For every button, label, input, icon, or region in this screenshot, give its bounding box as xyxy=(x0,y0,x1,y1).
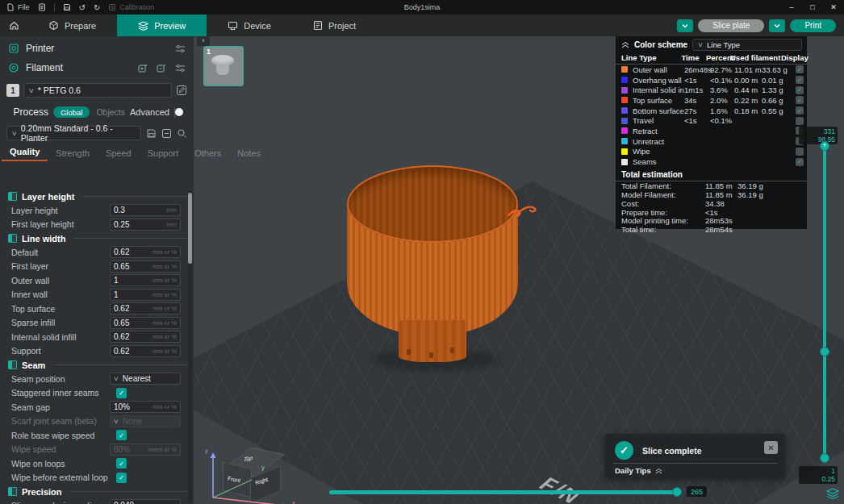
tab-prepare[interactable]: Prepare xyxy=(27,15,117,36)
printer-section-row[interactable]: Printer xyxy=(0,39,194,58)
move-slider-badge: 265 xyxy=(687,486,707,497)
filament-settings-icon[interactable] xyxy=(175,64,186,73)
setting-row: Wipe on loops xyxy=(0,456,194,471)
view-mode-select[interactable]: ∨ Line Type xyxy=(692,39,802,51)
setting-value: 80% xyxy=(114,445,148,454)
notes-icon[interactable] xyxy=(38,3,46,11)
remove-filament-icon[interactable] xyxy=(157,63,167,73)
display-checkbox[interactable] xyxy=(796,148,804,156)
calibration-button[interactable]: Calibration xyxy=(108,3,154,11)
param-tab-notes[interactable]: Notes xyxy=(229,148,269,161)
setting-input[interactable]: 10%mm or % xyxy=(110,401,181,413)
color-scheme-panel: Color scheme ∨ Line Type Line Type Time … xyxy=(616,36,807,229)
setting-label: Inner wall xyxy=(11,289,110,299)
settings-scrollbar[interactable] xyxy=(188,191,192,502)
move-slider[interactable]: 265 xyxy=(329,486,844,498)
display-checkbox[interactable] xyxy=(796,96,804,104)
print-button[interactable]: Print xyxy=(790,19,836,32)
setting-select[interactable]: ∨None xyxy=(110,415,181,427)
param-tab-support[interactable]: Support xyxy=(140,148,187,161)
compare-presets-icon[interactable] xyxy=(185,107,186,117)
collapse-sidebar-button[interactable]: ‹ xyxy=(197,36,210,46)
setting-input[interactable]: 0.62mm or % xyxy=(110,331,181,343)
layer-range-slider[interactable]: 331 98.95 + 1 0.25 xyxy=(823,109,826,504)
setting-input[interactable]: 0.62mm or % xyxy=(110,302,181,314)
display-checkbox[interactable] xyxy=(796,86,804,94)
setting-checkbox[interactable] xyxy=(116,473,127,483)
minimize-button[interactable]: – xyxy=(781,0,802,15)
setting-input[interactable]: 80%mm/s or % xyxy=(110,444,181,456)
slice-options-chevron-button[interactable] xyxy=(677,19,693,32)
display-checkbox[interactable] xyxy=(796,76,804,84)
setting-unit: mm or % xyxy=(153,291,177,298)
display-checkbox[interactable] xyxy=(796,158,804,166)
process-icon xyxy=(8,107,9,117)
line-type-used-m: 0.18 m xyxy=(734,106,762,115)
display-checkbox[interactable] xyxy=(796,106,804,115)
toast-close-button[interactable]: ✕ xyxy=(764,441,778,454)
setting-input[interactable]: 0.62mm or % xyxy=(110,345,181,357)
navigation-cube[interactable]: Top Front Right z x y xyxy=(205,446,302,504)
search-icon[interactable] xyxy=(177,128,187,139)
edit-filament-icon[interactable] xyxy=(176,85,187,96)
layer-slider-top-handle[interactable]: + xyxy=(820,141,829,151)
collapse-panel-icon[interactable] xyxy=(621,41,629,48)
save-preset-icon[interactable] xyxy=(146,128,157,139)
tab-preview[interactable]: Preview xyxy=(117,15,207,36)
process-global-toggle[interactable]: Global xyxy=(53,106,90,118)
maximize-button[interactable]: □ xyxy=(802,0,823,15)
param-tab-others[interactable]: Others xyxy=(186,148,229,161)
setting-input[interactable]: 0.65mm or % xyxy=(110,260,181,273)
setting-checkbox[interactable] xyxy=(116,458,127,469)
setting-input[interactable]: 1mm or % xyxy=(110,274,181,286)
undo-icon[interactable]: ↺ xyxy=(79,3,86,12)
home-button[interactable] xyxy=(0,15,27,36)
process-objects-toggle[interactable]: Objects xyxy=(96,107,125,117)
line-type-swatch xyxy=(621,97,628,103)
move-slider-track[interactable] xyxy=(329,490,682,494)
print-options-chevron-button[interactable] xyxy=(769,19,785,32)
redo-icon[interactable]: ↻ xyxy=(94,3,100,12)
tab-project[interactable]: Project xyxy=(292,15,377,36)
daily-tips-toggle[interactable]: Daily Tips xyxy=(615,466,662,475)
layer-slider-bottom-handle[interactable] xyxy=(820,453,829,463)
advanced-toggle[interactable] xyxy=(174,107,175,118)
param-tab-strength[interactable]: Strength xyxy=(48,148,98,161)
move-slider-handle[interactable] xyxy=(672,487,682,497)
navcube-right-face[interactable] xyxy=(250,465,281,503)
scrollbar-thumb[interactable] xyxy=(188,193,192,264)
process-preset-select[interactable]: ∨ 0.20mm Standard - 0.6 - Planter xyxy=(6,126,141,140)
delete-preset-icon[interactable] xyxy=(161,128,172,139)
filament-section-row[interactable]: Filament xyxy=(0,58,194,77)
close-button[interactable]: ✕ xyxy=(823,0,844,15)
display-checkbox[interactable] xyxy=(796,65,804,73)
param-tab-speed[interactable]: Speed xyxy=(98,148,140,161)
setting-checkbox[interactable] xyxy=(116,388,127,398)
printer-settings-icon[interactable] xyxy=(175,44,186,53)
navcube-front-face[interactable] xyxy=(223,462,252,498)
filament-select[interactable]: ∨ * PETG 0.6 xyxy=(23,83,172,98)
setting-checkbox[interactable] xyxy=(116,430,127,440)
tab-device[interactable]: Device xyxy=(207,15,292,36)
setting-input[interactable]: 1mm or % xyxy=(110,289,181,301)
setting-input[interactable]: 0.62mm or % xyxy=(110,246,181,258)
navcube-top-face[interactable] xyxy=(221,448,285,477)
setting-input[interactable]: 0.3mm xyxy=(110,204,181,216)
estimation-value-1: 11.85 m xyxy=(705,181,737,190)
file-menu-button[interactable]: File xyxy=(6,3,30,11)
setting-row: Staggered inner seams xyxy=(0,386,194,401)
setting-input[interactable]: 0.25mm xyxy=(110,219,181,231)
display-checkbox[interactable] xyxy=(796,117,804,125)
param-tab-quality[interactable]: Quality xyxy=(2,147,48,161)
add-filament-icon[interactable] xyxy=(138,63,148,73)
slice-plate-button[interactable]: Slice plate xyxy=(698,19,764,32)
setting-row: Internal solid infill0.62mm or % xyxy=(0,330,194,344)
setting-input[interactable]: 0.65mm or % xyxy=(110,317,181,329)
plate-thumbnail[interactable]: 1 xyxy=(203,46,244,86)
layer-slider-track[interactable] xyxy=(823,145,826,458)
setting-input[interactable]: 0.049mm xyxy=(110,499,181,504)
layer-slider-drag-handle[interactable] xyxy=(820,347,829,356)
line-type-used-g: 0.01 g xyxy=(762,76,789,85)
save-icon[interactable] xyxy=(63,3,71,11)
setting-select[interactable]: ∨Nearest xyxy=(110,373,181,385)
